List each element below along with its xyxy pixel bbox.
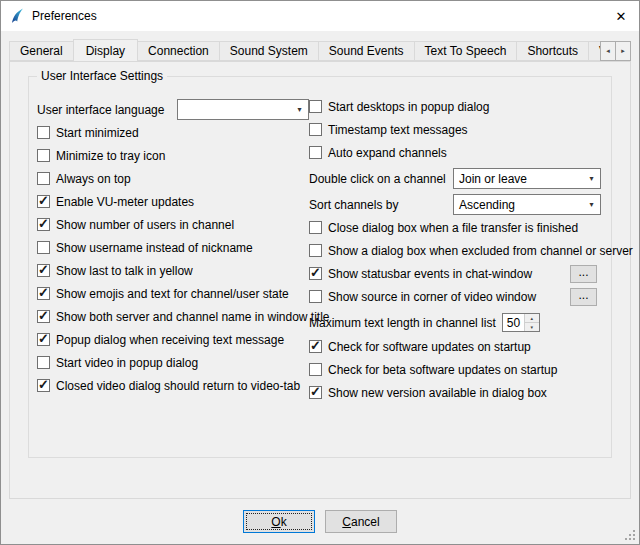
checkbox-label: Timestamp text messages: [328, 123, 468, 137]
checkbox-check-updates[interactable]: Check for software updates on startup: [309, 339, 601, 354]
checkbox-label: Close dialog box when a file transfer is…: [328, 221, 578, 235]
checkbox-new-version-dialog[interactable]: Show new version available in dialog box: [309, 385, 601, 400]
checkbox-auto-expand-channels[interactable]: Auto expand channels: [309, 145, 601, 160]
resize-grip[interactable]: [623, 528, 637, 542]
checkbox-box: [309, 123, 322, 136]
checkbox-label: Minimize to tray icon: [56, 149, 165, 163]
double-click-select[interactable]: Join or leave ▾: [453, 168, 601, 189]
tab-general[interactable]: General: [9, 41, 74, 61]
checkbox-always-on-top[interactable]: Always on top: [37, 171, 309, 186]
max-text-length-spinner[interactable]: 50 ▴ ▾: [502, 313, 540, 332]
checkbox-last-to-talk-yellow[interactable]: Show last to talk in yellow: [37, 263, 309, 278]
checkbox-server-channel-title[interactable]: Show both server and channel name in win…: [37, 309, 309, 324]
checkbox-box: [309, 221, 322, 234]
checkbox-box: [37, 218, 50, 231]
checkbox-label: Show last to talk in yellow: [56, 264, 193, 278]
preferences-dialog: { "window": { "title": "Preferences" }, …: [0, 0, 640, 545]
checkbox-excluded-dialog[interactable]: Show a dialog box when excluded from cha…: [309, 243, 601, 258]
language-label: User interface language: [37, 103, 177, 117]
close-icon[interactable]: ✕: [603, 1, 639, 31]
checkbox-timestamp-messages[interactable]: Timestamp text messages: [309, 122, 601, 137]
checkbox-label: Show a dialog box when excluded from cha…: [328, 244, 633, 258]
double-click-value: Join or leave: [454, 172, 583, 186]
max-text-length-row: Maximum text length in channel list 50 ▴…: [309, 312, 601, 333]
language-select[interactable]: ▾: [177, 99, 309, 120]
checkbox-box: [37, 172, 50, 185]
checkbox-start-minimized[interactable]: Start minimized: [37, 125, 309, 140]
tab-text-to-speech[interactable]: Text To Speech: [414, 41, 518, 61]
checkbox-label: Check for beta software updates on start…: [328, 363, 557, 377]
tab-display[interactable]: Display: [73, 39, 138, 61]
sort-channels-select[interactable]: Ascending ▾: [453, 194, 601, 215]
checkbox-video-source-corner[interactable]: [309, 290, 322, 303]
checkbox-box: [309, 363, 322, 376]
statusbar-events-row: Show statusbar events in chat-window ...: [309, 266, 601, 281]
cancel-button[interactable]: Cancel: [325, 510, 397, 533]
chevron-down-icon: ▾: [583, 200, 600, 209]
statusbar-config-button[interactable]: ...: [570, 265, 597, 283]
tab-scroll-right-icon[interactable]: ▸: [615, 41, 631, 61]
checkbox-box: [309, 100, 322, 113]
video-source-config-button[interactable]: ...: [570, 288, 597, 306]
checkbox-box: [37, 356, 50, 369]
checkbox-box: [37, 333, 50, 346]
checkbox-label: Show number of users in channel: [56, 218, 234, 232]
tab-shortcuts[interactable]: Shortcuts: [516, 41, 589, 61]
language-row: User interface language ▾: [37, 99, 309, 120]
checkbox-box: [309, 146, 322, 159]
tab-strip: General Display Connection Sound System …: [9, 39, 631, 61]
checkbox-check-beta-updates[interactable]: Check for beta software updates on start…: [309, 362, 601, 377]
double-click-row: Double click on a channel Join or leave …: [309, 168, 601, 189]
video-source-row: Show source in corner of video window ..…: [309, 289, 601, 304]
checkbox-label: Start minimized: [56, 126, 139, 140]
chevron-down-icon: ▾: [583, 174, 600, 183]
sort-channels-value: Ascending: [454, 198, 583, 212]
checkbox-box: [37, 149, 50, 162]
checkbox-desktops-popup[interactable]: Start desktops in popup dialog: [309, 99, 601, 114]
left-column: User interface language ▾ Start minimize…: [37, 99, 309, 408]
checkbox-video-return-tab[interactable]: Closed video dialog should return to vid…: [37, 378, 309, 393]
tab-scroll-control: ◂ ▸: [600, 41, 631, 61]
tab-connection[interactable]: Connection: [137, 41, 220, 61]
app-logo-icon: [9, 8, 25, 24]
checkbox-box: [309, 386, 322, 399]
checkbox-label: Start desktops in popup dialog: [328, 100, 489, 114]
checkbox-label: Check for software updates on startup: [328, 340, 531, 354]
checkbox-box: [37, 195, 50, 208]
tab-sound-system[interactable]: Sound System: [219, 41, 319, 61]
ok-button[interactable]: Ok: [243, 510, 315, 533]
checkbox-box: [37, 241, 50, 254]
checkbox-label: Show statusbar events in chat-window: [328, 267, 532, 281]
checkbox-close-filetransfer-dialog[interactable]: Close dialog box when a file transfer is…: [309, 220, 601, 235]
checkbox-label: Enable VU-meter updates: [56, 195, 194, 209]
checkbox-label: Start video in popup dialog: [56, 356, 198, 370]
checkbox-label: Show new version available in dialog box: [328, 386, 547, 400]
max-text-length-label: Maximum text length in channel list: [309, 316, 496, 330]
checkbox-label: Show source in corner of video window: [328, 290, 536, 304]
checkbox-label: Closed video dialog should return to vid…: [56, 379, 300, 393]
checkbox-box: [309, 340, 322, 353]
double-click-label: Double click on a channel: [309, 172, 446, 186]
spinner-down-icon[interactable]: ▾: [525, 322, 539, 331]
checkbox-show-username[interactable]: Show username instead of nickname: [37, 240, 309, 255]
window-title: Preferences: [32, 9, 603, 23]
checkbox-popup-text-message[interactable]: Popup dialog when receiving text message: [37, 332, 309, 347]
checkbox-emojis-state[interactable]: Show emojis and text for channel/user st…: [37, 286, 309, 301]
checkbox-box: [37, 126, 50, 139]
checkbox-box: [37, 287, 50, 300]
ui-settings-group: User Interface Settings User interface l…: [28, 76, 612, 458]
spinner-up-icon[interactable]: ▴: [525, 314, 539, 322]
display-tab-pane: User Interface Settings User interface l…: [9, 61, 631, 499]
checkbox-vu-meter-updates[interactable]: Enable VU-meter updates: [37, 194, 309, 209]
tab-scroll-left-icon[interactable]: ◂: [600, 41, 616, 61]
checkbox-minimize-to-tray[interactable]: Minimize to tray icon: [37, 148, 309, 163]
tab-sound-events[interactable]: Sound Events: [318, 41, 415, 61]
checkbox-show-user-count[interactable]: Show number of users in channel: [37, 217, 309, 232]
right-column: Start desktops in popup dialog Timestamp…: [309, 99, 603, 408]
title-bar: Preferences ✕: [1, 1, 639, 31]
checkbox-label: Show both server and channel name in win…: [56, 310, 330, 324]
checkbox-video-popup[interactable]: Start video in popup dialog: [37, 355, 309, 370]
dialog-buttons: Ok Cancel: [1, 510, 639, 533]
checkbox-statusbar-events[interactable]: [309, 267, 322, 280]
group-title: User Interface Settings: [37, 69, 167, 83]
